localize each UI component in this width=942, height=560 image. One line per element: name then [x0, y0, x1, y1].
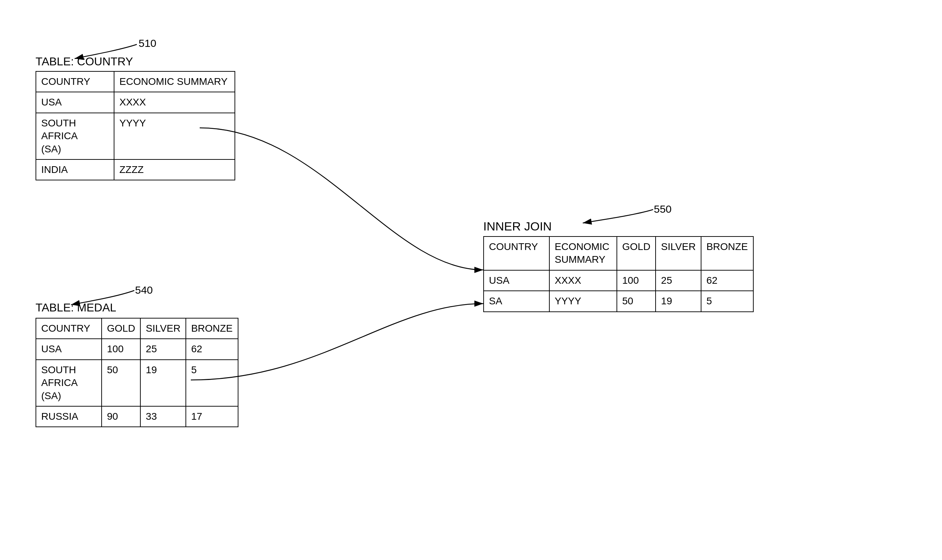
country-table-label: TABLE: COUNTRY [35, 55, 133, 68]
cell-50: 50 [102, 360, 140, 406]
table-row: COUNTRY ECONOMIC SUMMARY [36, 71, 235, 92]
header-silver: SILVER [140, 318, 186, 339]
inner-join-label: INNER JOIN [483, 220, 552, 233]
cell-19: 19 [140, 360, 186, 406]
cell-south-africa: SOUTH AFRICA(SA) [36, 113, 114, 160]
cell-5: 5 [186, 360, 238, 406]
cell-25: 25 [655, 270, 701, 291]
header-gold: GOLD [617, 237, 655, 270]
cell-100: 100 [102, 339, 140, 359]
table-row: COUNTRY GOLD SILVER BRONZE [36, 318, 238, 339]
header-country: COUNTRY [36, 71, 114, 92]
country-ref-number: 510 [139, 37, 156, 49]
cell-russia: RUSSIA [36, 406, 102, 427]
cell-xxxx: XXXX [114, 92, 235, 112]
table-row: INDIA ZZZZ [36, 160, 235, 180]
cell-33: 33 [140, 406, 186, 427]
diagram-container: TABLE: COUNTRY 510 COUNTRY ECONOMIC SUMM… [0, 0, 942, 560]
cell-usa: USA [36, 339, 102, 359]
header-economic-summary: ECONOMIC SUMMARY [114, 71, 235, 92]
cell-sa: SA [484, 291, 549, 311]
cell-zzzz: ZZZZ [114, 160, 235, 180]
cell-50: 50 [617, 291, 655, 311]
table-row: RUSSIA 90 33 17 [36, 406, 238, 427]
inner-join-ref-number: 550 [654, 203, 672, 215]
header-country: COUNTRY [484, 237, 549, 270]
header-bronze: BRONZE [701, 237, 753, 270]
cell-25: 25 [140, 339, 186, 359]
cell-yyyy: YYYY [549, 291, 617, 311]
table-row: USA XXXX 100 25 62 [484, 270, 753, 291]
table-row: SOUTHAFRICA(SA) 50 19 5 [36, 360, 238, 406]
table-row: USA 100 25 62 [36, 339, 238, 359]
cell-xxxx: XXXX [549, 270, 617, 291]
table-row: SOUTH AFRICA(SA) YYYY [36, 113, 235, 160]
cell-62: 62 [186, 339, 238, 359]
cell-yyyy: YYYY [114, 113, 235, 160]
table-row: COUNTRY ECONOMICSUMMARY GOLD SILVER BRON… [484, 237, 753, 270]
inner-join-table: COUNTRY ECONOMICSUMMARY GOLD SILVER BRON… [483, 236, 754, 312]
cell-62: 62 [701, 270, 753, 291]
table-row: SA YYYY 50 19 5 [484, 291, 753, 311]
header-economic-summary: ECONOMICSUMMARY [549, 237, 617, 270]
arrow-country-to-join [200, 128, 483, 270]
medal-table: COUNTRY GOLD SILVER BRONZE USA 100 25 62… [35, 318, 239, 427]
header-silver: SILVER [655, 237, 701, 270]
table-row: USA XXXX [36, 92, 235, 112]
cell-india: INDIA [36, 160, 114, 180]
cell-19: 19 [655, 291, 701, 311]
medal-table-label: TABLE: MEDAL [35, 301, 116, 314]
cell-17: 17 [186, 406, 238, 427]
header-gold: GOLD [102, 318, 140, 339]
header-country: COUNTRY [36, 318, 102, 339]
cell-100: 100 [617, 270, 655, 291]
cell-90: 90 [102, 406, 140, 427]
cell-usa: USA [484, 270, 549, 291]
arrow-550 [583, 209, 653, 223]
header-bronze: BRONZE [186, 318, 238, 339]
cell-usa: USA [36, 92, 114, 112]
medal-ref-number: 540 [135, 284, 153, 296]
country-table: COUNTRY ECONOMIC SUMMARY USA XXXX SOUTH … [35, 71, 235, 180]
cell-5: 5 [701, 291, 753, 311]
cell-south-africa-sa: SOUTHAFRICA(SA) [36, 360, 102, 406]
